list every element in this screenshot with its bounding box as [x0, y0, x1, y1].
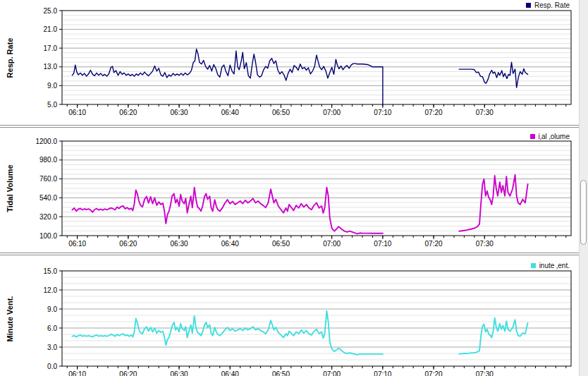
svg-text:06:30: 06:30: [171, 240, 188, 248]
svg-text:3.0: 3.0: [47, 344, 57, 351]
scrollbar-thumb[interactable]: [580, 180, 587, 245]
svg-text:0.0: 0.0: [47, 363, 57, 370]
svg-text:06:50: 06:50: [272, 109, 290, 116]
svg-text:1200.0: 1200.0: [35, 138, 57, 145]
svg-text:06:40: 06:40: [221, 370, 239, 376]
svg-text:760.0: 760.0: [39, 175, 57, 183]
svg-text:07:30: 07:30: [476, 370, 494, 376]
svg-text:6.0: 6.0: [47, 325, 57, 332]
svg-text:06:30: 06:30: [171, 109, 188, 116]
svg-text:15.0: 15.0: [44, 267, 58, 275]
legend-tidal-volume: i‚al ‚olume: [530, 133, 570, 140]
svg-text:5.0: 5.0: [47, 101, 57, 109]
svg-text:07:10: 07:10: [374, 370, 391, 376]
minute-vent-plot: 15.012.09.06.03.00.006:1006:2006:3006:40…: [0, 255, 588, 376]
svg-text:07:10: 07:10: [374, 109, 391, 116]
svg-text:9.0: 9.0: [47, 82, 57, 90]
svg-text:25.0: 25.0: [44, 7, 58, 15]
svg-text:06:10: 06:10: [68, 370, 86, 376]
y-axis-title-tidal-volume: Tidal Volume: [6, 164, 14, 212]
svg-text:17.0: 17.0: [44, 44, 58, 52]
svg-text:06:40: 06:40: [221, 109, 239, 116]
svg-text:06:20: 06:20: [119, 370, 137, 376]
svg-text:06:10: 06:10: [68, 240, 86, 248]
svg-text:07:20: 07:20: [425, 109, 443, 116]
legend-label-resp-rate: Resp. Rate: [534, 1, 570, 9]
y-axis-title-resp-rate: Resp. Rate: [6, 37, 14, 78]
svg-text:07:20: 07:20: [425, 370, 443, 376]
legend-swatch-icon: [526, 3, 531, 8]
svg-text:12.0: 12.0: [44, 286, 58, 294]
svg-text:07:00: 07:00: [323, 109, 341, 116]
svg-text:06:30: 06:30: [171, 370, 188, 376]
svg-text:06:20: 06:20: [119, 109, 137, 116]
legend-minute-vent: inute ‚ent.: [531, 262, 570, 269]
legend-label-minute-vent: inute ‚ent.: [539, 262, 570, 269]
svg-text:07:10: 07:10: [374, 240, 391, 248]
svg-text:06:10: 06:10: [68, 109, 86, 116]
svg-text:100.0: 100.0: [39, 232, 57, 240]
vertical-scrollbar[interactable]: [579, 0, 588, 376]
svg-text:320.0: 320.0: [39, 213, 57, 221]
svg-text:13.0: 13.0: [44, 63, 58, 71]
legend-label-tidal-volume: i‚al ‚olume: [539, 133, 570, 140]
svg-text:07:30: 07:30: [476, 240, 494, 248]
svg-text:06:50: 06:50: [272, 240, 290, 248]
svg-text:06:20: 06:20: [119, 240, 137, 248]
resp-rate-plot: 25.021.017.013.09.05.006:1006:2006:3006:…: [0, 0, 588, 125]
svg-text:07:20: 07:20: [425, 240, 443, 248]
svg-text:07:00: 07:00: [323, 370, 341, 376]
svg-text:06:40: 06:40: [221, 240, 239, 248]
svg-text:540.0: 540.0: [39, 194, 57, 202]
legend-swatch-icon: [530, 134, 535, 139]
svg-text:21.0: 21.0: [44, 25, 58, 33]
svg-text:07:00: 07:00: [323, 240, 341, 248]
svg-text:06:50: 06:50: [272, 370, 290, 376]
y-axis-title-minute-vent: Minute Vent.: [6, 296, 14, 341]
svg-text:9.0: 9.0: [47, 305, 57, 313]
chart-panel-resp-rate: Resp. Rate Resp. Rate 25.021.017.013.09.…: [0, 0, 588, 125]
tidal-volume-plot: 1200.0980.0760.0540.0320.0100.006:1006:2…: [0, 128, 588, 253]
legend-swatch-icon: [531, 263, 536, 268]
svg-text:07:30: 07:30: [476, 109, 494, 116]
svg-text:980.0: 980.0: [39, 156, 57, 164]
legend-resp-rate: Resp. Rate: [526, 1, 570, 9]
chart-panel-minute-vent: inute ‚ent. Minute Vent. 15.012.09.06.03…: [0, 255, 588, 376]
chart-panel-tidal-volume: i‚al ‚olume Tidal Volume 1200.0980.0760.…: [0, 128, 588, 253]
